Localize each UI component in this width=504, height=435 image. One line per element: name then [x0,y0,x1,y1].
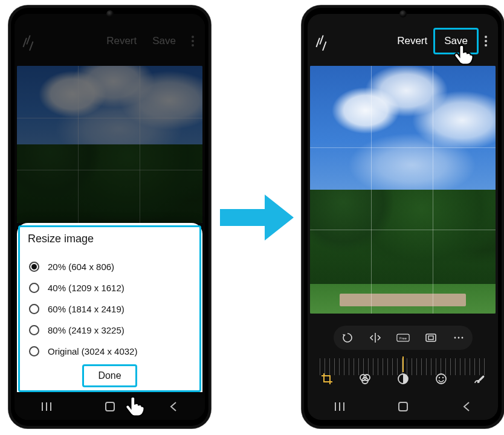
screen-left: Revert Save Resize image 20% (604 x 806)… [15,14,205,420]
radio-icon [29,325,39,335]
resize-option-60[interactable]: 60% (1814 x 2419) [28,298,192,320]
aspect-icon[interactable] [424,331,438,344]
resize-option-40[interactable]: 40% (1209 x 1612) [28,277,192,298]
editor-topbar: Revert Save [15,14,205,55]
camera-notch [106,10,114,18]
done-button[interactable]: Done [86,367,133,385]
system-navbar [15,393,205,420]
svg-rect-4 [428,336,433,340]
sheet-title: Resize image [28,233,192,245]
tab-adjust[interactable] [396,372,410,386]
recents-icon[interactable] [40,400,53,413]
perspective-icon[interactable] [452,331,465,344]
editor-bottom-tabs [308,364,498,393]
svg-text:Free: Free [399,337,407,340]
option-label: Original (3024 x 4032) [48,346,137,356]
tab-stickers[interactable] [434,372,448,386]
svg-point-5 [454,337,456,339]
resize-option-20[interactable]: 20% (604 x 806) [28,256,192,277]
svg-rect-3 [426,334,436,341]
svg-point-7 [461,337,463,339]
tab-draw[interactable] [472,372,486,386]
back-icon[interactable] [167,400,180,413]
auto-enhance-icon[interactable] [318,35,331,47]
svg-rect-15 [399,402,407,411]
home-icon[interactable] [103,400,117,413]
flow-arrow-icon [218,187,296,248]
revert-button[interactable]: Revert [397,35,427,47]
back-icon[interactable] [460,400,473,413]
photo-preview[interactable] [310,66,496,314]
svg-rect-0 [106,402,114,411]
phone-right: Revert Save Free [302,5,504,428]
crop-tool-pill: Free [334,326,473,350]
rotate-icon[interactable] [341,331,354,344]
more-icon[interactable] [485,40,487,42]
system-navbar [308,393,498,420]
camera-notch [399,10,407,18]
phone-left: Revert Save Resize image 20% (604 x 806)… [8,5,211,428]
radio-icon [29,346,39,356]
option-label: 20% (604 x 806) [48,262,114,272]
option-label: 60% (1814 x 2419) [48,304,124,314]
radio-selected-icon [29,262,39,272]
free-ratio-icon[interactable]: Free [396,331,410,344]
resize-option-80[interactable]: 80% (2419 x 3225) [28,320,192,341]
save-button[interactable]: Save [152,35,176,47]
save-button[interactable]: Save [444,35,468,47]
home-icon[interactable] [396,400,410,413]
editor-topbar: Revert Save [308,14,498,55]
option-label: 80% (2419 x 3225) [48,325,124,335]
tab-crop[interactable] [320,372,334,386]
revert-button[interactable]: Revert [106,35,137,47]
screen-right: Revert Save Free [308,14,498,420]
tab-filters[interactable] [358,372,372,386]
radio-icon [29,304,39,314]
resize-option-original[interactable]: Original (3024 x 4032) [28,341,192,362]
svg-point-13 [438,377,439,378]
option-label: 40% (1209 x 1612) [48,283,124,293]
svg-point-6 [457,337,459,339]
resize-sheet: Resize image 20% (604 x 806) 40% (1209 x… [17,223,202,392]
svg-point-14 [442,377,443,378]
flip-icon[interactable] [369,331,382,344]
auto-enhance-icon [25,35,37,47]
recents-icon[interactable] [333,400,346,413]
radio-icon [29,283,39,293]
more-icon[interactable] [192,40,194,42]
